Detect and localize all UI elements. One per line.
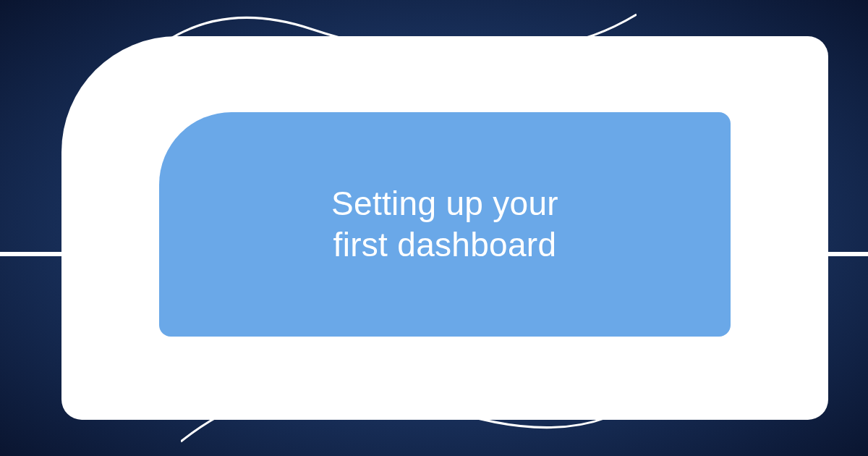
title-line-1: Setting up your [331,185,558,222]
decorative-line-right [825,252,868,256]
decorative-line-left [0,252,65,256]
title-line-2: first dashboard [333,226,557,263]
hero-title: Setting up your first dashboard [331,183,558,266]
inner-content-panel: Setting up your first dashboard [159,112,731,337]
